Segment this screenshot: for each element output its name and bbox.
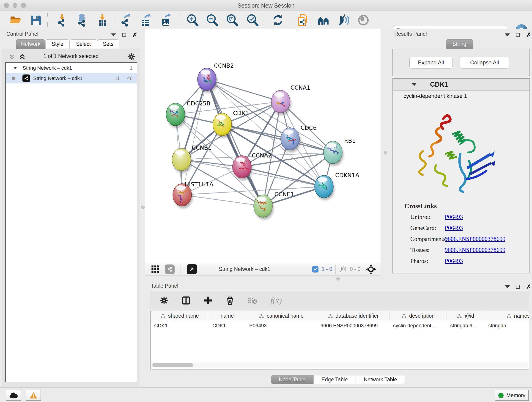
tab-edge-table[interactable]: Edge Table xyxy=(313,375,356,384)
grid-view-icon[interactable] xyxy=(151,265,160,274)
crosslink-label: Pharos: xyxy=(404,258,445,264)
first-neighbors-icon[interactable] xyxy=(317,14,330,27)
horizontal-splitter[interactable] xyxy=(145,276,532,282)
svg-text:CCNA1: CCNA1 xyxy=(291,84,310,91)
selected-checkbox-icon[interactable] xyxy=(312,266,318,273)
export-image-icon[interactable] xyxy=(159,14,172,27)
clone-network-icon[interactable] xyxy=(297,14,309,27)
show-columns-icon[interactable] xyxy=(181,296,191,305)
warning-icon xyxy=(29,392,38,399)
pan-crosshair-icon[interactable] xyxy=(366,264,376,274)
column-header[interactable]: name xyxy=(209,311,246,321)
tab-node-table[interactable]: Node Table xyxy=(271,375,313,384)
float-panel-icon[interactable] xyxy=(111,33,116,36)
collection-expander-icon[interactable] xyxy=(13,67,17,69)
import-network-file-icon[interactable] xyxy=(56,14,69,27)
node-attr-icon xyxy=(506,313,511,319)
crosslink-label: Uniprot: xyxy=(404,214,445,220)
add-column-icon[interactable] xyxy=(203,296,213,305)
delete-column-icon[interactable] xyxy=(225,296,234,305)
main-toolbar: ? xyxy=(0,11,532,29)
compartments-link[interactable]: 9606.ENSP00000378699 xyxy=(445,236,505,242)
crosslink-row: Tissues: 9606.ENSP00000378699 xyxy=(404,247,505,254)
tab-string[interactable]: String xyxy=(446,39,473,49)
zoom-selected-icon[interactable] xyxy=(246,14,259,27)
import-network-database-icon[interactable] xyxy=(75,14,88,27)
table-toolbar: f(x) xyxy=(150,291,529,310)
tab-select[interactable]: Select xyxy=(70,39,97,49)
table-panel-title: Table Panel xyxy=(151,283,178,289)
tab-network[interactable]: Network xyxy=(16,39,45,49)
float-panel-icon[interactable] xyxy=(505,33,510,36)
tissues-link[interactable]: 9606.ENSP00000378699 xyxy=(445,247,505,254)
maximize-panel-icon[interactable] xyxy=(516,285,520,289)
scrollbar-thumb[interactable] xyxy=(152,363,193,367)
float-panel-icon[interactable] xyxy=(505,285,510,288)
crosslink-row: Pharos: P06493 xyxy=(404,258,505,264)
show-all-icon[interactable] xyxy=(357,14,370,27)
birds-eye-view-icon[interactable] xyxy=(187,264,197,274)
close-panel-icon[interactable]: ✗ xyxy=(132,33,137,37)
node-table[interactable]: shared name name canonical name database… xyxy=(150,311,529,370)
zoom-out-icon[interactable] xyxy=(206,14,219,27)
network-collection-row[interactable]: String Network – cdk1 1 xyxy=(6,63,137,73)
string-view-icon[interactable] xyxy=(165,264,175,274)
delete-table-icon[interactable] xyxy=(247,296,258,305)
svg-text:CCNA2: CCNA2 xyxy=(252,152,272,159)
close-panel-icon[interactable]: ✗ xyxy=(526,33,531,37)
memory-button[interactable]: Memory xyxy=(495,390,529,401)
maximize-panel-icon[interactable] xyxy=(516,33,520,37)
cloud-icon xyxy=(9,392,18,399)
crosslink-row: Compartments: 9606.ENSP00000378699 xyxy=(404,236,505,242)
network-view-toolbar: String Network – cdk1 1 - 0 0 - 0 xyxy=(145,263,380,275)
pharos-link[interactable]: P06493 xyxy=(445,258,463,264)
status-bar: Memory xyxy=(0,387,532,402)
right-splitter[interactable] xyxy=(380,29,390,276)
export-table-icon[interactable] xyxy=(139,14,152,27)
protein-name: CDK1 xyxy=(430,81,448,88)
crosslinks-heading: CrossLinks xyxy=(404,202,505,210)
tab-sets[interactable]: Sets xyxy=(97,39,119,49)
collapse-all-button[interactable]: Collapse All xyxy=(460,57,509,69)
genecard-link[interactable]: P06493 xyxy=(445,225,463,231)
network-row[interactable]: String Network – cdk1 11 48 xyxy=(6,73,137,83)
horizontal-scrollbar[interactable] xyxy=(151,363,528,368)
uniprot-link[interactable]: P06493 xyxy=(445,214,463,220)
network-canvas[interactable]: CCNB2CCNA1CDC25BCDK1CDC6RB1CCNB1CCNA2CDK… xyxy=(145,29,380,263)
section-expander-icon[interactable] xyxy=(412,83,417,86)
hide-selected-icon[interactable] xyxy=(337,14,350,27)
network-edge-count: 48 xyxy=(127,75,133,81)
function-builder-button[interactable]: f(x) xyxy=(270,296,282,305)
cloud-button[interactable] xyxy=(6,390,21,401)
table-row[interactable]: CDK1 CDK1 P06493 9606.ENSP00000378699 cy… xyxy=(151,321,529,330)
table-options-gear-icon[interactable] xyxy=(159,296,169,305)
cell-database-identifier: 9606.ENSP00000378699 xyxy=(317,321,389,330)
tab-style[interactable]: Style xyxy=(45,39,70,49)
close-panel-icon[interactable]: ✗ xyxy=(526,285,531,289)
hidden-eye-icon xyxy=(339,265,347,273)
export-network-icon[interactable] xyxy=(119,14,132,27)
column-header[interactable]: namespace xyxy=(485,311,529,321)
refresh-icon[interactable] xyxy=(272,14,284,27)
tab-network-table[interactable]: Network Table xyxy=(356,375,405,384)
save-session-icon[interactable] xyxy=(30,14,42,27)
column-header[interactable]: canonical name xyxy=(246,311,317,321)
cell-description: cyclin-dependent ... xyxy=(389,321,447,330)
crosslink-row: Uniprot: P06493 xyxy=(404,214,505,220)
warnings-button[interactable] xyxy=(26,390,41,401)
open-session-icon[interactable] xyxy=(9,14,22,27)
protein-section-header[interactable]: CDK1 xyxy=(393,79,530,90)
network-view-title: String Network – cdk1 xyxy=(219,266,270,272)
column-header[interactable]: shared name xyxy=(151,311,209,321)
crosslinks-section: CrossLinks Uniprot: P06493 GeneCard: P06… xyxy=(404,202,505,269)
svg-text:HIST1H1A: HIST1H1A xyxy=(185,181,213,188)
column-header[interactable]: database identifier xyxy=(317,311,389,321)
expand-all-button[interactable]: Expand All xyxy=(409,57,452,69)
zoom-in-icon[interactable] xyxy=(186,14,199,27)
column-header[interactable]: @id xyxy=(447,311,485,321)
network-options-gear-icon[interactable] xyxy=(127,53,135,61)
import-table-file-icon[interactable] xyxy=(96,14,109,27)
zoom-fit-icon[interactable] xyxy=(226,14,239,27)
maximize-panel-icon[interactable] xyxy=(122,33,126,37)
column-header[interactable]: description xyxy=(389,311,447,321)
